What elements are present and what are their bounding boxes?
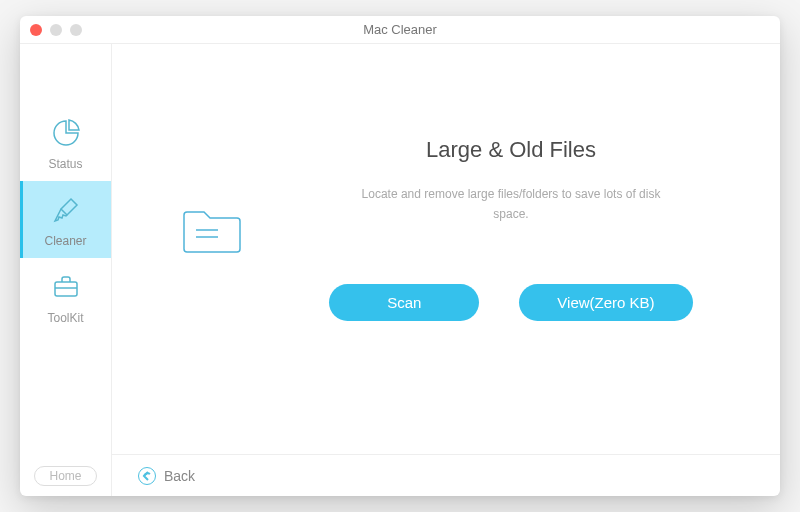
- minimize-window-button[interactable]: [50, 24, 62, 36]
- main-area: Large & Old Files Locate and remove larg…: [112, 44, 780, 454]
- page-title: Large & Old Files: [426, 137, 596, 163]
- content: Large & Old Files Locate and remove larg…: [112, 44, 780, 496]
- back-arrow-icon: [138, 467, 156, 485]
- sidebar-item-label: Cleaner: [44, 234, 86, 248]
- sidebar-footer: Home: [20, 466, 111, 496]
- pie-chart-icon: [51, 118, 81, 152]
- home-button[interactable]: Home: [34, 466, 96, 486]
- page-description: Locate and remove large files/folders to…: [351, 185, 671, 223]
- action-buttons: Scan View(Zero KB): [329, 284, 692, 321]
- sidebar-item-status[interactable]: Status: [20, 104, 111, 181]
- sidebar-item-label: Status: [48, 157, 82, 171]
- svg-rect-0: [55, 282, 77, 296]
- maximize-window-button[interactable]: [70, 24, 82, 36]
- back-label: Back: [164, 468, 195, 484]
- view-button[interactable]: View(Zero KB): [519, 284, 692, 321]
- briefcase-icon: [51, 272, 81, 306]
- back-button[interactable]: Back: [138, 467, 195, 485]
- sidebar: Status Cleaner: [20, 44, 112, 496]
- close-window-button[interactable]: [30, 24, 42, 36]
- folder-files-icon: [162, 193, 262, 265]
- sidebar-item-cleaner[interactable]: Cleaner: [20, 181, 111, 258]
- body: Status Cleaner: [20, 44, 780, 496]
- app-window: Mac Cleaner Status: [20, 16, 780, 496]
- sidebar-item-label: ToolKit: [47, 311, 83, 325]
- content-footer: Back: [112, 454, 780, 496]
- traffic-lights: [30, 24, 82, 36]
- detail-panel: Large & Old Files Locate and remove larg…: [302, 137, 720, 320]
- titlebar: Mac Cleaner: [20, 16, 780, 44]
- window-title: Mac Cleaner: [20, 22, 780, 37]
- sidebar-item-toolkit[interactable]: ToolKit: [20, 258, 111, 335]
- brush-icon: [51, 195, 81, 229]
- scan-button[interactable]: Scan: [329, 284, 479, 321]
